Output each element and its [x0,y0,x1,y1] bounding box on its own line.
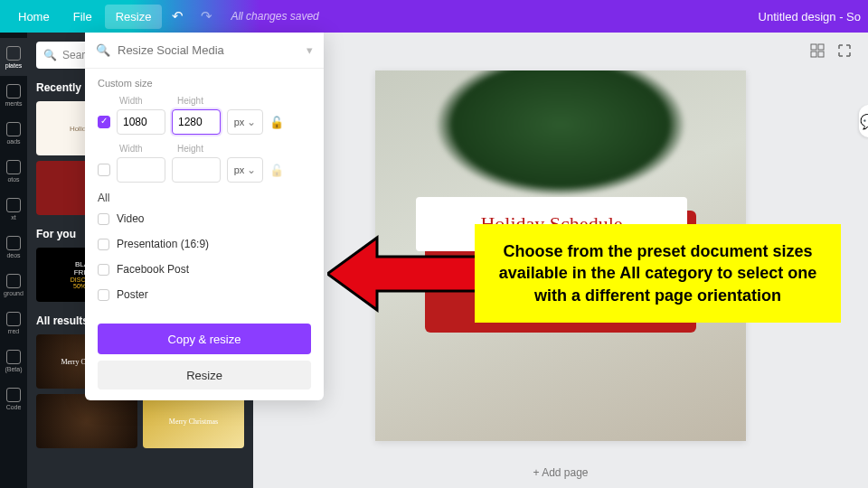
width-label: Width [119,96,168,106]
top-bar: Home File Resize ↶ ↷ All changes saved U… [0,0,868,33]
preset-poster[interactable]: Poster [98,282,311,307]
sidebar-beta[interactable]: (Beta) [0,342,27,380]
preset-presentation[interactable]: Presentation (16:9) [98,231,311,257]
lock-icon-2[interactable]: 🔓 [269,164,284,177]
height-label: Height [177,96,203,106]
sidebar-elements[interactable]: ments [0,76,27,114]
unit-select[interactable]: px [227,109,263,135]
preset-facebook-post[interactable]: Facebook Post [98,257,311,282]
sidebar-videos[interactable]: deos [0,228,27,266]
copy-resize-button[interactable]: Copy & resize [98,324,311,354]
svg-rect-1 [818,44,824,50]
left-rail: plates ments oads otos xt deos ground rr… [0,33,27,488]
width-label-2: Width [119,144,168,154]
svg-rect-0 [811,44,816,50]
annotation-callout: Choose from the preset document sizes av… [475,224,841,323]
template-thumb[interactable] [36,394,137,448]
svg-marker-4 [327,238,479,310]
redo-icon[interactable]: ↷ [193,3,220,30]
document-title[interactable]: Untitled design - So [759,10,861,23]
template-thumb[interactable]: Merry Christmas [143,394,244,448]
unit-select-2[interactable]: px [227,157,263,183]
canvas-toolbar [253,33,868,69]
sidebar-photos[interactable]: otos [0,152,27,190]
resize-popover: 🔍 ▾ Custom size WidthHeight px 🔓 WidthHe… [85,33,324,400]
expand-icon[interactable] [837,43,852,58]
sidebar-templates[interactable]: plates [0,38,27,76]
comment-bubble[interactable]: 💬 [859,105,868,137]
save-status: All changes saved [231,10,318,23]
add-page-button[interactable]: + Add page [253,457,868,488]
width-input[interactable] [117,109,165,135]
pine-decoration [434,70,687,197]
search-icon: 🔍 [96,43,110,57]
search-icon: 🔍 [43,49,57,61]
grid-icon[interactable] [810,43,825,58]
dimension-checkbox[interactable] [98,116,110,128]
resize-only-button[interactable]: Resize [98,361,311,389]
width-input-2[interactable] [117,157,165,183]
lock-icon[interactable]: 🔓 [269,116,284,129]
dimension-checkbox-2[interactable] [98,164,110,176]
chevron-down-icon[interactable]: ▾ [307,43,313,57]
svg-rect-3 [818,52,824,57]
svg-rect-2 [811,52,816,57]
preset-video[interactable]: Video [98,206,311,231]
resize-button[interactable]: Resize [105,5,163,29]
resize-search-input[interactable] [118,43,299,57]
undo-icon[interactable]: ↶ [164,3,191,30]
height-input[interactable] [172,109,221,135]
all-category-label: All [98,192,311,204]
resize-search[interactable]: 🔍 ▾ [85,33,324,69]
sidebar-code[interactable]: Code [0,380,27,418]
sidebar-uploads[interactable]: oads [0,114,27,152]
home-button[interactable]: Home [7,5,61,29]
sidebar-background[interactable]: ground [0,266,27,304]
custom-size-label: Custom size [98,78,311,89]
height-input-2[interactable] [172,157,221,183]
sidebar-text[interactable]: xt [0,190,27,228]
file-button[interactable]: File [62,5,103,29]
annotation-arrow-icon [327,233,481,314]
sidebar-starred[interactable]: rred [0,304,27,342]
height-label-2: Height [177,144,203,154]
